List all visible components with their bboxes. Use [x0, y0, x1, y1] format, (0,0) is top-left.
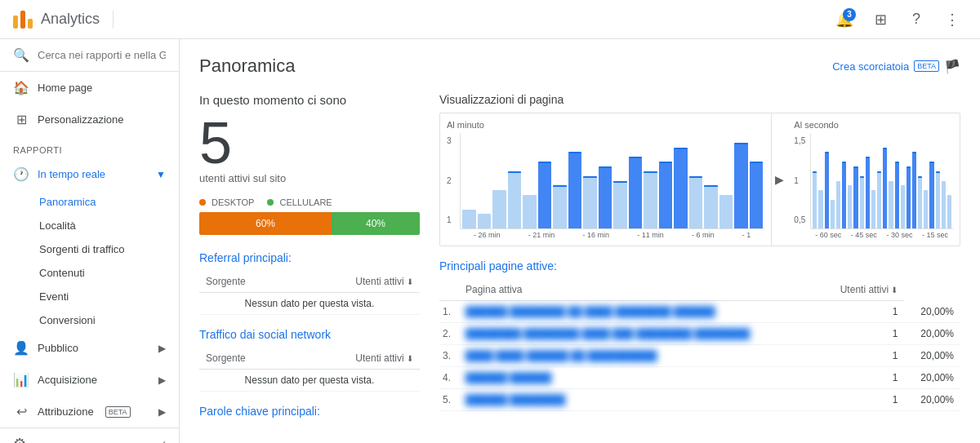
chart-right-title: Al secondo — [794, 120, 953, 130]
chart-right: Al secondo 1,5 1 0,5 — [787, 113, 960, 246]
chart-bar — [818, 190, 822, 228]
content-header: Panoramica Crea scorciatoia BETA 🏴 — [199, 55, 960, 77]
chart-bar — [877, 171, 881, 228]
parole-section: Parole chiave principali: — [199, 405, 420, 418]
row-pct: 20,00% — [904, 323, 960, 345]
chart-bar — [674, 148, 688, 228]
gear-icon[interactable]: ⚙ — [13, 435, 26, 443]
logo: Analytics — [13, 11, 114, 29]
chart-bar — [492, 190, 506, 228]
row-num: 1. — [439, 301, 459, 323]
sidebar-item-acquisizione[interactable]: 📊 Acquisizione ▶ — [0, 364, 179, 396]
social-sort-icon[interactable]: ⬇ — [407, 354, 413, 363]
collapse-icon[interactable]: ‹ — [162, 436, 166, 443]
row-num: 4. — [439, 367, 459, 389]
chevron-down-icon: ▼ — [156, 169, 166, 180]
attribuzione-beta-badge: BETA — [105, 406, 131, 418]
chart-bar — [912, 152, 916, 228]
chart-right-bars-wrapper: - 60 sec - 45 sec - 30 sec - 15 sec — [810, 133, 953, 239]
pagine-sort-icon[interactable]: ⬇ — [891, 286, 898, 295]
chart-bar — [613, 181, 627, 229]
pagine-table: Pagina attiva Utenti attivi ⬇ 1. ██████ … — [439, 279, 960, 411]
chart-bar — [508, 171, 522, 228]
realtime-header[interactable]: 🕐 In tempo reale ▼ — [0, 158, 179, 190]
row-count: 1 — [819, 389, 905, 411]
chart-bar — [836, 181, 840, 229]
chart-bar — [924, 190, 928, 228]
table-row: 1. ██████ ████████ ██ ████ ████████ ████… — [439, 301, 960, 323]
chart-bar — [568, 152, 582, 228]
row-num: 3. — [439, 345, 459, 367]
row-url[interactable]: ████ ████ ██████ ██ ██████████ — [459, 345, 819, 367]
table-row: 2. ████████ ████████ ████ ███ ████████ █… — [439, 323, 960, 345]
chart-bar — [947, 195, 951, 228]
pagine-num-col — [439, 279, 459, 301]
table-row: 3. ████ ████ ██████ ██ ██████████ 1 20,0… — [439, 345, 960, 367]
search-icon: 🔍 — [13, 47, 29, 63]
chart-left-area: 3 2 1 - 26 min - 21 min — [447, 133, 764, 239]
parole-title[interactable]: Parole chiave principali: — [199, 405, 420, 418]
sub-nav-localita[interactable]: Località — [39, 214, 179, 237]
pagine-title[interactable]: Principali pagine attive: — [439, 259, 960, 272]
row-count: 1 — [819, 323, 905, 345]
crea-scorciatoia-button[interactable]: Crea scorciatoia BETA 🏴 — [832, 59, 960, 74]
desktop-dot — [199, 199, 206, 206]
sidebar-item-home[interactable]: 🏠 Home page — [0, 72, 179, 104]
row-url[interactable]: ██████ ████████ ██ ████ ████████ ██████ — [459, 301, 819, 323]
sub-nav-contenuti[interactable]: Contenuti — [39, 261, 179, 285]
moment-text: In questo momento ci sono — [199, 93, 420, 107]
attribuzione-icon: ↩ — [13, 404, 29, 419]
chart-bar — [866, 157, 870, 228]
chart-bar — [871, 190, 875, 228]
table-row: Nessun dato per questa vista. — [199, 293, 420, 315]
row-url[interactable]: ██████ ██████ — [459, 367, 819, 389]
search-input[interactable] — [38, 49, 166, 61]
referral-no-data: Nessun dato per questa vista. — [199, 293, 420, 315]
sub-nav-eventi[interactable]: Eventi — [39, 285, 179, 308]
help-button[interactable]: ? — [902, 5, 931, 34]
active-users-label: utenti attivi sul sito — [199, 172, 420, 184]
chart-bar — [825, 152, 829, 228]
crea-beta-badge: BETA — [914, 60, 939, 72]
bars-area-left — [460, 133, 764, 229]
device-bars: 60% 40% — [199, 212, 420, 235]
sidebar-item-attribuzione-label: Attribuzione — [38, 405, 94, 418]
desktop-legend: DESKTOP — [199, 197, 254, 207]
chart-left-y-labels: 3 2 1 — [447, 133, 460, 239]
row-count: 1 — [819, 367, 905, 389]
sidebar-item-pubblico[interactable]: 👤 Pubblico ▶ — [0, 332, 179, 364]
referral-table: Sorgente Utenti attivi ⬇ Nessun dato per… — [199, 271, 420, 315]
sidebar-bottom: ⚙ ‹ — [0, 427, 179, 443]
app-title: Analytics — [41, 11, 100, 28]
home-icon: 🏠 — [13, 80, 29, 95]
row-url[interactable]: ██████ ████████ — [459, 389, 819, 411]
sub-nav-conversioni[interactable]: Conversioni — [39, 308, 179, 332]
personalizzazione-icon: ⊞ — [13, 112, 29, 127]
apps-button[interactable]: ⊞ — [866, 5, 895, 34]
chart-bar — [629, 157, 643, 228]
chart-bar — [889, 181, 893, 229]
chart-bar — [853, 166, 858, 228]
chart-bar — [704, 185, 718, 228]
desktop-bar: 60% — [199, 212, 332, 235]
social-table: Sorgente Utenti attivi ⬇ Nessun dato per… — [199, 348, 420, 392]
realtime-group: 🕐 In tempo reale ▼ Panoramica Località S… — [0, 158, 179, 332]
sidebar-item-attribuzione[interactable]: ↩ Attribuzione BETA ▶ — [0, 396, 179, 427]
sub-nav-sorgenti[interactable]: Sorgenti di traffico — [39, 237, 179, 261]
more-button[interactable]: ⋮ — [938, 5, 967, 34]
chart-bar — [929, 162, 933, 228]
row-pct: 20,00% — [904, 389, 960, 411]
referral-title[interactable]: Referral principali: — [199, 251, 420, 264]
sidebar-item-personalizzazione[interactable]: ⊞ Personalizzazione — [0, 104, 179, 135]
chart-left-x-labels: - 26 min - 21 min - 16 min - 11 min - 6 … — [460, 231, 764, 239]
realtime-subnav: Panoramica Località Sorgenti di traffico… — [0, 190, 179, 332]
notification-button[interactable]: 🔔 3 — [830, 5, 859, 34]
sort-icon[interactable]: ⬇ — [407, 277, 413, 286]
sub-nav-panoramica[interactable]: Panoramica — [39, 190, 179, 214]
row-url[interactable]: ████████ ████████ ████ ███ ████████ ████… — [459, 323, 819, 345]
row-pct: 20,00% — [904, 301, 960, 323]
chart-bar — [813, 171, 817, 228]
chart-bar — [523, 195, 537, 228]
social-title[interactable]: Traffico dai social network — [199, 328, 420, 341]
pagine-col1: Pagina attiva — [459, 279, 819, 301]
